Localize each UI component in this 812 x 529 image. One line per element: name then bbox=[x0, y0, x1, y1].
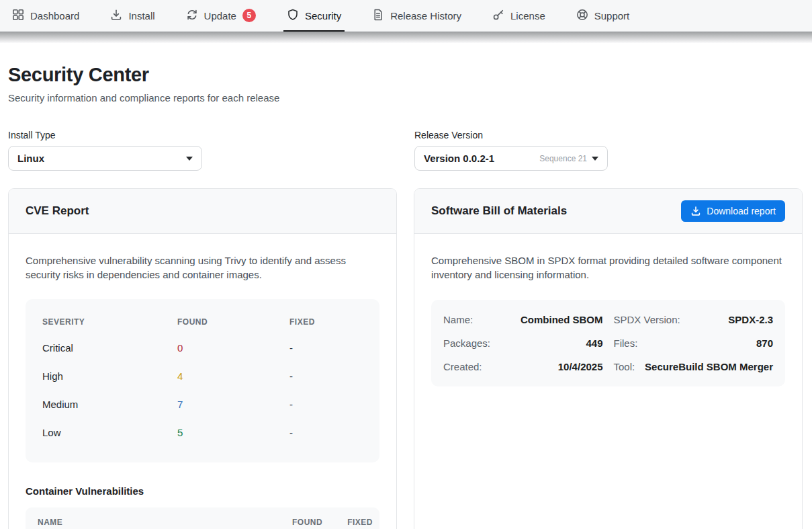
nav-label: Release History bbox=[390, 10, 461, 22]
detail-label: Name: bbox=[443, 314, 473, 325]
install-download-icon bbox=[110, 9, 122, 23]
sbom-detail-files: Files: 870 bbox=[614, 331, 774, 355]
lifebuoy-icon bbox=[576, 9, 588, 23]
install-type-filter: Install Type Linux bbox=[8, 130, 202, 171]
install-type-value: Linux bbox=[17, 153, 186, 164]
detail-label: Created: bbox=[443, 361, 482, 372]
nav-label: Security bbox=[305, 10, 341, 22]
severity-row-low: Low 5 - bbox=[42, 418, 363, 446]
nav-item-support[interactable]: Support bbox=[576, 0, 630, 32]
sbom-detail-spdx-version: SPDX Version: SPDX-2.3 bbox=[614, 308, 774, 331]
nav-item-license[interactable]: License bbox=[492, 0, 545, 32]
release-sequence-text: Sequence 21 bbox=[539, 154, 587, 163]
cve-card-body: Comprehensive vulnerability scanning usi… bbox=[9, 234, 396, 529]
main-content: Security Center Security information and… bbox=[0, 64, 812, 529]
download-icon bbox=[690, 206, 701, 216]
detail-value: SPDX-2.3 bbox=[728, 314, 773, 325]
detail-label: Files: bbox=[614, 337, 638, 349]
header-shadow-band bbox=[0, 32, 812, 43]
update-count-badge: 5 bbox=[242, 9, 256, 22]
release-version-label: Release Version bbox=[414, 130, 608, 140]
fixed-count: - bbox=[289, 333, 363, 362]
chevron-down-icon bbox=[186, 157, 193, 161]
document-icon bbox=[372, 9, 384, 23]
severity-row-medium: Medium 7 - bbox=[42, 390, 363, 418]
release-version-filter: Release Version Version 0.0.2-1 Sequence… bbox=[414, 130, 608, 171]
severity-label: Low bbox=[42, 418, 177, 446]
container-vulnerabilities-title: Container Vulnerabilities bbox=[26, 485, 379, 497]
cve-card-title: CVE Report bbox=[26, 204, 89, 218]
page-title: Security Center bbox=[8, 64, 803, 86]
nav-item-security[interactable]: Security bbox=[287, 0, 341, 32]
severity-table-header: SEVERITY FOUND FIXED bbox=[42, 313, 363, 333]
severity-table: SEVERITY FOUND FIXED Critical 0 - High 4… bbox=[26, 299, 379, 462]
download-report-button[interactable]: Download report bbox=[681, 200, 785, 222]
install-type-label: Install Type bbox=[8, 130, 202, 140]
sbom-detail-created: Created: 10/4/2025 bbox=[443, 355, 603, 378]
col-fixed: FIXED bbox=[289, 313, 363, 333]
detail-label: SPDX Version: bbox=[614, 314, 680, 325]
sbom-card-body: Comprehensive SBOM in SPDX format provid… bbox=[414, 234, 802, 406]
nav-item-dashboard[interactable]: Dashboard bbox=[12, 0, 79, 32]
found-count: 0 bbox=[177, 333, 289, 362]
found-count: 4 bbox=[177, 362, 289, 390]
fixed-count: - bbox=[289, 362, 363, 390]
release-version-value: Version 0.0.2-1 bbox=[424, 153, 539, 164]
release-version-select[interactable]: Version 0.0.2-1 Sequence 21 bbox=[414, 146, 608, 171]
sbom-card: Software Bill of Materials Download repo… bbox=[414, 188, 803, 529]
detail-value: Combined SBOM bbox=[521, 314, 603, 325]
col-severity: SEVERITY bbox=[42, 313, 177, 333]
fixed-count: - bbox=[289, 418, 363, 446]
cve-card-header: CVE Report bbox=[9, 189, 396, 234]
detail-value: 449 bbox=[586, 337, 602, 349]
chevron-down-icon bbox=[592, 157, 598, 161]
severity-label: Medium bbox=[42, 390, 177, 418]
nav-label: License bbox=[510, 10, 545, 22]
key-icon bbox=[492, 9, 504, 23]
severity-label: High bbox=[42, 362, 177, 390]
install-type-select[interactable]: Linux bbox=[8, 146, 202, 171]
detail-value: 870 bbox=[756, 337, 773, 349]
nav-label: Install bbox=[128, 10, 154, 22]
nav-item-update[interactable]: Update 5 bbox=[186, 0, 256, 32]
download-report-label: Download report bbox=[707, 206, 776, 216]
severity-label: Critical bbox=[42, 333, 177, 362]
sbom-detail-tool: Tool: SecureBuild SBOM Merger bbox=[614, 355, 774, 378]
sbom-details-grid: Name: Combined SBOM SPDX Version: SPDX-2… bbox=[431, 300, 785, 386]
fixed-count: - bbox=[289, 390, 363, 418]
sbom-detail-packages: Packages: 449 bbox=[443, 331, 603, 355]
severity-row-critical: Critical 0 - bbox=[42, 333, 363, 362]
sbom-detail-name: Name: Combined SBOM bbox=[443, 308, 603, 331]
sbom-card-header: Software Bill of Materials Download repo… bbox=[414, 189, 802, 234]
sbom-card-title: Software Bill of Materials bbox=[431, 204, 567, 218]
page-subtitle: Security information and compliance repo… bbox=[8, 92, 803, 104]
detail-label: Packages: bbox=[443, 337, 490, 349]
nav-label: Support bbox=[594, 10, 630, 22]
sbom-description: Comprehensive SBOM in SPDX format provid… bbox=[431, 253, 784, 282]
severity-row-high: High 4 - bbox=[42, 362, 363, 390]
detail-value: 10/4/2025 bbox=[558, 361, 603, 372]
found-count: 5 bbox=[177, 418, 289, 446]
nav-item-install[interactable]: Install bbox=[110, 0, 154, 32]
found-count: 7 bbox=[177, 390, 289, 418]
dashboard-grid-icon bbox=[12, 9, 24, 23]
top-navigation: Dashboard Install Update 5 Security bbox=[0, 0, 812, 32]
detail-label: Tool: bbox=[614, 361, 635, 372]
nav-label: Dashboard bbox=[30, 10, 79, 22]
cve-report-card: CVE Report Comprehensive vulnerability s… bbox=[8, 188, 397, 529]
cards-row: CVE Report Comprehensive vulnerability s… bbox=[8, 188, 803, 529]
container-vulnerabilities-header: NAME FOUND FIXED bbox=[26, 507, 379, 529]
col-found: FOUND bbox=[177, 313, 289, 333]
cve-description: Comprehensive vulnerability scanning usi… bbox=[26, 253, 378, 282]
shield-icon bbox=[287, 9, 299, 23]
nav-label: Update bbox=[204, 10, 236, 22]
nav-item-release-history[interactable]: Release History bbox=[372, 0, 461, 32]
detail-value: SecureBuild SBOM Merger bbox=[645, 361, 773, 372]
col-found: FOUND bbox=[292, 518, 322, 527]
filters-row: Install Type Linux Release Version Versi… bbox=[8, 130, 803, 171]
col-fixed: FIXED bbox=[343, 518, 373, 527]
col-name: NAME bbox=[38, 518, 271, 527]
refresh-icon bbox=[186, 9, 198, 23]
